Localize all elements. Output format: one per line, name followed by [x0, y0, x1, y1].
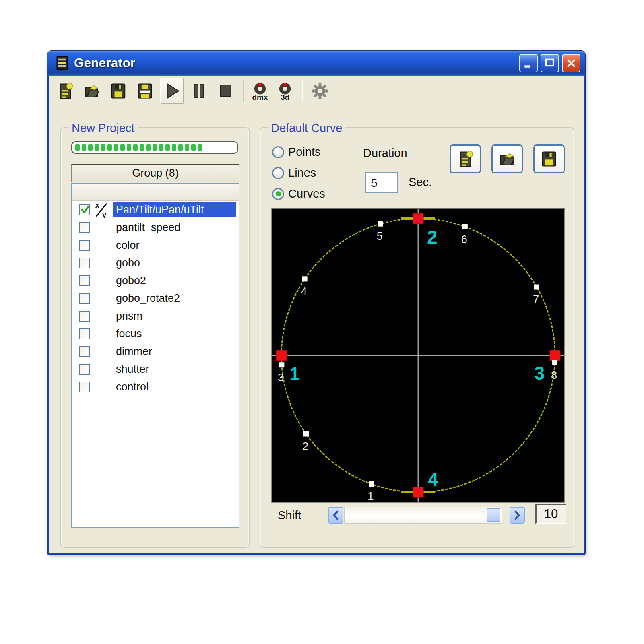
shift-scrollbar-track[interactable] — [344, 507, 502, 524]
list-item-pantilt-speed[interactable]: pantilt_speed — [72, 219, 239, 236]
close-button[interactable] — [562, 54, 580, 72]
item-checkbox[interactable] — [79, 293, 90, 304]
open-icon — [83, 82, 101, 100]
progress-segment — [82, 144, 86, 151]
close-icon — [565, 57, 577, 69]
list-column-header[interactable] — [72, 184, 239, 201]
item-checkbox[interactable] — [79, 222, 90, 233]
list-item-dimmer[interactable]: dimmer — [72, 343, 239, 360]
minimize-button[interactable] — [519, 54, 538, 72]
gear-icon — [311, 82, 329, 100]
progress-segment — [178, 144, 183, 151]
title-bar[interactable]: Generator — [47, 51, 585, 76]
curve-save-button[interactable] — [533, 144, 565, 173]
progress-segment — [172, 144, 176, 151]
stop-button[interactable] — [214, 78, 237, 104]
group-list-header-button[interactable]: Group (8) — [71, 164, 239, 182]
save-project-as-button[interactable] — [134, 78, 156, 104]
progress-segment — [140, 144, 144, 151]
item-checkbox[interactable] — [79, 382, 90, 392]
control-point-3[interactable] — [550, 350, 560, 361]
sample-point-label: 5 — [377, 230, 383, 242]
radio-label: Curves — [288, 187, 325, 200]
save_as-icon — [136, 82, 154, 100]
default-curve-group-label: Default Curve — [268, 122, 345, 135]
toolbar-separator — [302, 80, 303, 102]
maximize-button[interactable] — [541, 54, 559, 72]
play-button[interactable] — [160, 78, 184, 104]
item-label: gobo_rotate2 — [113, 291, 239, 306]
radio-circle[interactable] — [272, 188, 284, 200]
sample-point-label: 2 — [302, 440, 308, 452]
list-item-shutter[interactable]: shutter — [72, 360, 239, 378]
list-item-focus[interactable]: focus — [72, 325, 239, 343]
item-label: prism — [113, 309, 239, 324]
list-item-gobo2[interactable]: gobo2 — [72, 272, 239, 289]
curve-new-button[interactable] — [450, 144, 481, 173]
item-label: shutter — [113, 362, 239, 377]
list-item-pan-tilt-upan-utilt[interactable]: xyPan/Tilt/uPan/uTilt — [72, 201, 239, 219]
shift-label: Shift — [278, 509, 301, 522]
open-project-button[interactable] — [80, 78, 103, 104]
progress-segment — [75, 144, 80, 151]
save-icon — [540, 150, 558, 168]
sample-point-7[interactable] — [534, 285, 539, 290]
curve-open-button[interactable] — [491, 144, 523, 173]
list-item-color[interactable]: color — [72, 236, 239, 254]
item-checkbox[interactable] — [79, 364, 90, 375]
item-label: pantilt_speed — [113, 220, 239, 235]
save-project-button[interactable] — [107, 78, 130, 104]
maximize-icon — [544, 57, 556, 69]
item-checkbox[interactable] — [79, 328, 90, 339]
shift-scroll-left-button[interactable] — [328, 507, 343, 524]
list-item-prism[interactable]: prism — [72, 307, 239, 325]
item-checkbox[interactable] — [79, 258, 90, 268]
chevron-left-icon — [331, 510, 340, 520]
item-checkbox[interactable] — [79, 204, 90, 215]
shift-scrollbar-thumb[interactable] — [487, 508, 500, 522]
curve-canvas[interactable]: 123456781234 — [272, 209, 564, 502]
item-checkbox[interactable] — [79, 346, 90, 357]
3d-view-button[interactable]: 3d — [275, 78, 295, 104]
minimize-icon — [522, 57, 535, 69]
radio-circle[interactable] — [272, 146, 284, 158]
list-item-gobo[interactable]: gobo — [72, 254, 239, 272]
control-point-2[interactable] — [413, 213, 423, 224]
knob-icon — [277, 82, 293, 95]
control-point-1[interactable] — [276, 350, 287, 361]
radio-points[interactable]: Points — [272, 145, 321, 159]
default-curve-group: PointsLinesCurves Duration Sec. 12345678… — [260, 127, 574, 548]
sample-point-5[interactable] — [378, 221, 383, 227]
settings-button[interactable] — [308, 78, 332, 104]
control-point-label: 2 — [427, 227, 438, 248]
progress-segment — [127, 144, 131, 151]
item-icon-slot: xy — [90, 202, 113, 218]
radio-lines[interactable]: Lines — [272, 166, 316, 180]
control-point-4[interactable] — [413, 487, 423, 497]
app-icon-glyph — [56, 55, 69, 71]
item-checkbox[interactable] — [79, 311, 90, 322]
new-icon — [456, 150, 474, 168]
sample-point-label: 7 — [533, 293, 539, 305]
control-point-label: 1 — [289, 363, 300, 384]
list-item-control[interactable]: control — [72, 378, 239, 396]
pause-button[interactable] — [188, 78, 210, 104]
progress-segment — [153, 144, 157, 151]
radio-curves[interactable]: Curves — [272, 187, 325, 200]
sample-point-2[interactable] — [303, 431, 309, 437]
sample-point-3[interactable] — [279, 362, 284, 367]
shift-scroll-right-button[interactable] — [510, 507, 525, 524]
list-item-gobo-rotate2[interactable]: gobo_rotate2 — [72, 289, 239, 307]
sample-point-6[interactable] — [462, 224, 468, 229]
radio-dot — [276, 191, 281, 196]
radio-circle[interactable] — [272, 167, 284, 179]
item-checkbox[interactable] — [79, 275, 90, 286]
duration-input[interactable] — [365, 172, 398, 193]
sample-point-8[interactable] — [552, 360, 557, 365]
item-checkbox[interactable] — [79, 240, 90, 251]
new-project-button[interactable] — [54, 78, 76, 104]
dmx-output-button[interactable]: dmx — [250, 78, 270, 104]
sample-point-4[interactable] — [302, 276, 308, 281]
sample-point-1[interactable] — [369, 481, 374, 487]
curve-canvas-area[interactable]: 123456781234 — [271, 208, 565, 503]
